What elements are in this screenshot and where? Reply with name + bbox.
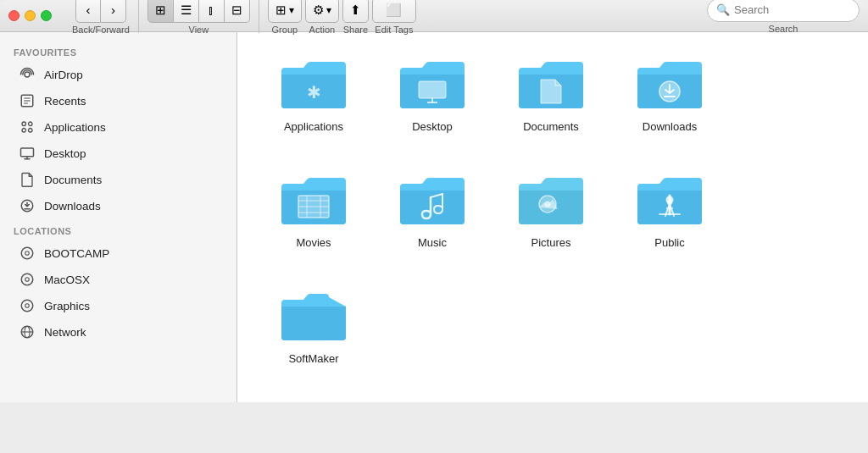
file-item-desktop[interactable]: Desktop — [381, 49, 483, 140]
search-label: Search — [769, 24, 798, 34]
recents-icon — [19, 92, 36, 109]
sidebar-item-label: Documents — [44, 174, 102, 186]
svg-point-6 — [29, 122, 33, 126]
view-icon-button[interactable]: ⊞ — [147, 0, 174, 23]
svg-point-7 — [22, 129, 26, 133]
group-chevron-icon: ▾ — [289, 4, 294, 16]
file-item-label: Music — [418, 236, 447, 249]
file-item-label: Downloads — [643, 120, 697, 133]
gear-icon: ⚙ — [313, 3, 324, 18]
close-button[interactable] — [8, 10, 19, 21]
svg-point-16 — [21, 273, 33, 285]
view-gallery-button[interactable]: ⊟ — [225, 0, 250, 23]
sidebar-item-documents[interactable]: Documents — [5, 167, 231, 192]
svg-rect-9 — [21, 148, 34, 157]
folder-icon-applications: ✱ — [280, 56, 348, 113]
sidebar-item-label: AirDrop — [44, 69, 83, 81]
file-item-label: Applications — [284, 120, 343, 133]
search-box[interactable]: 🔍 — [707, 0, 860, 22]
file-grid: ✱ Applications Desktop — [263, 49, 843, 372]
search-icon: 🔍 — [716, 3, 730, 16]
applications-icon — [19, 119, 36, 135]
sidebar-item-label: Applications — [44, 121, 106, 134]
search-input[interactable] — [734, 3, 850, 16]
share-button[interactable]: ⬆ — [342, 0, 369, 23]
sidebar-item-macosx[interactable]: MacOSX — [5, 267, 231, 292]
file-item-label: Pictures — [531, 236, 571, 249]
folder-icon-movies — [280, 172, 348, 229]
sidebar-item-graphics[interactable]: Graphics — [5, 293, 231, 318]
folder-icon-pictures — [517, 172, 585, 229]
sidebar-item-label: MacOSX — [44, 273, 90, 286]
view-group: ⊞ ☰ ⫿ ⊟ View — [147, 0, 250, 35]
favourites-section-label: Favourites — [0, 41, 236, 61]
sidebar-item-airdrop[interactable]: AirDrop — [5, 62, 231, 87]
back-button[interactable]: ‹ — [75, 0, 101, 23]
sidebar-item-applications[interactable]: Applications — [5, 114, 231, 140]
sidebar: Favourites AirDrop Recents — [0, 32, 237, 402]
sidebar-item-recents[interactable]: Recents — [5, 88, 231, 113]
view-column-button[interactable]: ⫿ — [199, 0, 225, 23]
sidebar-item-desktop[interactable]: Desktop — [5, 141, 231, 166]
sidebar-item-label: BOOTCAMP — [44, 247, 109, 260]
group-button[interactable]: ⊞ ▾ — [268, 0, 302, 23]
file-item-label: SoftMaker — [288, 352, 338, 365]
svg-point-38 — [666, 196, 674, 204]
desktop-icon — [19, 145, 36, 162]
folder-icon-downloads — [636, 56, 704, 113]
sidebar-item-bootcamp[interactable]: BOOTCAMP — [5, 240, 231, 266]
sidebar-item-network[interactable]: Network — [5, 319, 231, 345]
file-item-softmaker[interactable]: SoftMaker — [263, 281, 364, 372]
nav-label: Back/Forward — [72, 25, 130, 35]
group-group: ⊞ ▾ Group — [268, 0, 302, 35]
view-list-button[interactable]: ☰ — [174, 0, 199, 23]
graphics-icon — [19, 297, 36, 314]
locations-section-label: Locations — [0, 219, 236, 240]
folder-icon-music — [398, 172, 466, 229]
svg-point-8 — [29, 129, 33, 133]
file-item-music[interactable]: Music — [381, 165, 483, 256]
file-content: ✱ Applications Desktop — [237, 32, 868, 402]
view-label: View — [189, 25, 209, 35]
macosx-icon — [19, 271, 36, 288]
file-item-public[interactable]: Public — [619, 165, 721, 256]
sidebar-item-label: Downloads — [44, 200, 101, 213]
traffic-lights — [8, 10, 52, 21]
file-item-label: Desktop — [412, 120, 453, 133]
svg-point-18 — [21, 300, 33, 312]
sidebar-item-label: Network — [44, 326, 86, 339]
folder-icon-desktop — [398, 56, 466, 113]
main-area: Favourites AirDrop Recents — [0, 32, 868, 402]
svg-text:✱: ✱ — [307, 83, 321, 102]
edit-tags-button[interactable]: ⬜ — [372, 0, 416, 23]
documents-icon — [19, 171, 36, 188]
file-item-label: Public — [654, 236, 684, 249]
folder-icon-documents — [517, 56, 585, 113]
group-label: Group — [272, 25, 298, 35]
file-item-downloads[interactable]: Downloads — [619, 49, 721, 140]
share-label: Share — [343, 25, 368, 35]
sidebar-item-downloads[interactable]: Downloads — [5, 193, 231, 218]
svg-point-5 — [22, 122, 26, 126]
share-icon: ⬆ — [350, 3, 361, 18]
forward-button[interactable]: › — [101, 0, 126, 23]
airdrop-icon — [19, 66, 36, 83]
file-item-applications[interactable]: ✱ Applications — [263, 49, 364, 140]
action-chevron-icon: ▾ — [326, 4, 331, 16]
tag-icon: ⬜ — [386, 3, 402, 18]
maximize-button[interactable] — [41, 10, 52, 21]
sidebar-item-label: Desktop — [44, 147, 86, 160]
file-item-documents[interactable]: Documents — [500, 49, 602, 140]
file-item-movies[interactable]: Movies — [263, 165, 364, 256]
action-label: Action — [309, 25, 336, 35]
svg-point-14 — [21, 247, 33, 259]
sidebar-item-label: Recents — [44, 95, 86, 108]
file-item-pictures[interactable]: Pictures — [500, 165, 602, 256]
file-item-label: Documents — [523, 120, 579, 133]
svg-point-15 — [25, 251, 30, 256]
bootcamp-icon — [19, 245, 36, 262]
minimize-button[interactable] — [25, 10, 36, 21]
svg-rect-24 — [419, 81, 446, 98]
action-button[interactable]: ⚙ ▾ — [305, 0, 339, 23]
edit-tags-group: ⬜ Edit Tags — [372, 0, 416, 35]
